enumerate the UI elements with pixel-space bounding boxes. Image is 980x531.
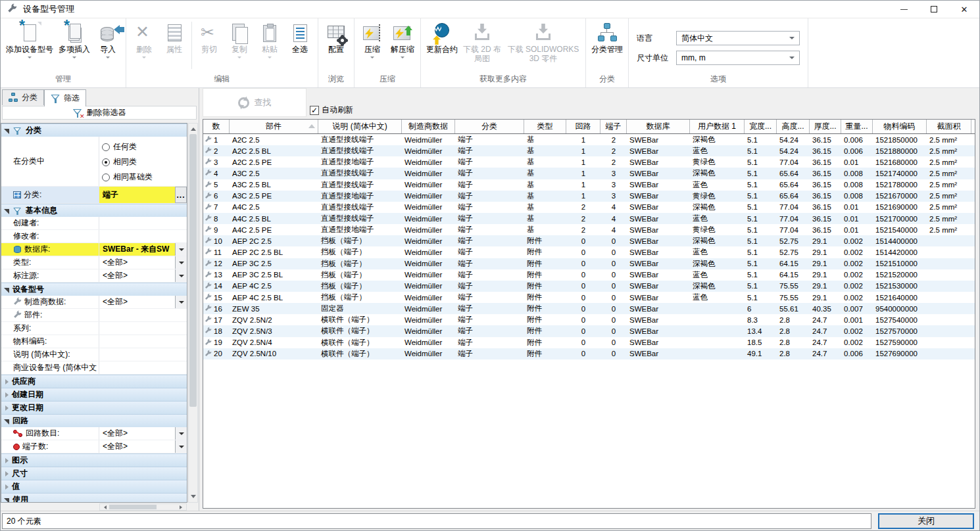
sidebar-vertical-scrollbar[interactable] bbox=[188, 123, 198, 503]
table-row[interactable]: 16ZEW 35固定器Weidmüller端子附件00SWEBar655.614… bbox=[203, 303, 975, 314]
update-contract-button[interactable]: 更新合约 bbox=[424, 20, 460, 73]
terminal-count-value[interactable]: <全部> bbox=[99, 440, 175, 453]
filter-section-device-type[interactable]: 设备型号 bbox=[1, 283, 187, 296]
annotation-source-dropdown-button[interactable] bbox=[175, 269, 187, 282]
checkbox-checked-icon[interactable]: ✓ bbox=[310, 106, 319, 115]
table-row[interactable]: 15AEP 4C 2.5 BL挡板（端子）Weidmüller端子附件00SWE… bbox=[203, 292, 975, 303]
configure-button[interactable]: 配置 bbox=[321, 20, 351, 73]
column-header-13[interactable]: 厚度... bbox=[810, 120, 841, 133]
circuit-count-dropdown-button[interactable] bbox=[175, 427, 187, 440]
column-header-9[interactable]: 数据库 bbox=[627, 120, 690, 133]
dropdown-caret-icon[interactable] bbox=[106, 57, 110, 60]
maximize-button[interactable] bbox=[919, 1, 949, 18]
radio-any-class[interactable]: 任何类 bbox=[102, 139, 187, 154]
description-cn-value[interactable] bbox=[99, 348, 187, 361]
circuit-count-value[interactable]: <全部> bbox=[99, 427, 175, 440]
column-header-8[interactable]: 端子 bbox=[600, 120, 627, 133]
table-row[interactable]: 20ZQV 2.5N/10横联件（端子）Weidmüller端子附件00SWEB… bbox=[203, 348, 975, 359]
filter-section-create-date[interactable]: 创建日期 bbox=[1, 388, 187, 401]
manufacturer-data-value[interactable]: <全部> bbox=[99, 296, 175, 308]
radio-icon[interactable] bbox=[102, 173, 110, 181]
expand-icon[interactable] bbox=[5, 458, 9, 463]
expand-icon[interactable] bbox=[5, 471, 9, 476]
filter-section-modify-date[interactable]: 更改日期 bbox=[1, 401, 187, 414]
filter-section-basic-info[interactable]: 基本信息 bbox=[1, 204, 187, 217]
minimize-button[interactable] bbox=[889, 1, 919, 18]
scrollbar-thumb[interactable] bbox=[189, 134, 197, 407]
compress-button[interactable]: 压缩 bbox=[357, 20, 387, 73]
add-device-type-button[interactable]: *添加设备型号 bbox=[3, 20, 56, 73]
collapse-icon[interactable] bbox=[4, 209, 9, 214]
table-row[interactable]: 7A4C 2.5直通型接线端子Weidmüller端子基24SWEBar深褐色5… bbox=[203, 202, 975, 213]
material-code-value[interactable] bbox=[99, 335, 187, 348]
column-header-7[interactable]: 回路 bbox=[566, 120, 600, 133]
radio-icon[interactable] bbox=[102, 158, 110, 166]
radio-same-class[interactable]: 相同类 bbox=[102, 154, 187, 170]
manufacturer-data-dropdown-button[interactable] bbox=[175, 296, 187, 308]
sidebar-horizontal-scrollbar[interactable] bbox=[99, 503, 187, 511]
collapse-icon[interactable] bbox=[4, 419, 9, 425]
table-row[interactable]: 11AEP 2C 2.5 BL挡板（端子）Weidmüller端子附件00SWE… bbox=[203, 246, 975, 258]
classification-manager-button[interactable]: 分类管理 bbox=[589, 20, 625, 73]
dropdown-caret-icon[interactable] bbox=[142, 57, 146, 60]
expand-icon[interactable] bbox=[5, 405, 9, 411]
collapse-icon[interactable] bbox=[4, 498, 9, 503]
creator-value[interactable] bbox=[99, 217, 187, 229]
type-dropdown-button[interactable] bbox=[175, 256, 187, 269]
column-header-11[interactable]: 宽度... bbox=[745, 120, 777, 133]
column-header-16[interactable]: 截面积 bbox=[927, 120, 971, 133]
column-header-6[interactable]: 类型 bbox=[524, 120, 566, 133]
select-all-button[interactable]: 全选 bbox=[285, 20, 315, 73]
table-row[interactable]: 14AEP 4C 2.5挡板（端子）Weidmüller端子附件00SWEBar… bbox=[203, 281, 975, 292]
filter-section-use[interactable]: 使用 bbox=[1, 493, 187, 503]
table-row[interactable]: 19ZQV 2.5N/4横联件（端子）Weidmüller端子附件00SWEBa… bbox=[203, 337, 975, 348]
table-row[interactable]: 1A2C 2.5直通型接线端子Weidmüller端子基12SWEBar深褐色5… bbox=[203, 134, 975, 145]
collapse-icon[interactable] bbox=[4, 129, 9, 134]
classification-value[interactable]: 端子 bbox=[99, 187, 175, 203]
dropdown-caret-icon[interactable] bbox=[72, 57, 76, 60]
column-header-10[interactable]: 用户数据 1 bbox=[690, 120, 745, 133]
table-row[interactable]: 6A3C 2.5 PE直通型接地端子Weidmüller端子基13SWEBar黄… bbox=[203, 191, 975, 202]
scroll-up-icon[interactable] bbox=[189, 124, 197, 133]
filter-section-illustration[interactable]: 图示 bbox=[1, 453, 187, 467]
column-header-3[interactable]: 说明 (简体中文) bbox=[318, 120, 402, 133]
expand-icon[interactable] bbox=[5, 484, 9, 490]
table-row[interactable]: 8A4C 2.5 BL直通型接线端子Weidmüller端子基24SWEBar蓝… bbox=[203, 213, 975, 224]
column-header-5[interactable]: 分类 bbox=[455, 120, 524, 133]
expand-icon[interactable] bbox=[5, 379, 9, 384]
commercial-type-cn-value[interactable] bbox=[99, 361, 187, 374]
collapse-icon[interactable] bbox=[4, 288, 9, 293]
scroll-down-icon[interactable] bbox=[189, 492, 197, 502]
column-header-14[interactable]: 重量... bbox=[841, 120, 873, 133]
dropdown-caret-icon[interactable] bbox=[268, 57, 272, 60]
column-header-15[interactable]: 物料编码 bbox=[873, 120, 927, 133]
expand-icon[interactable] bbox=[5, 392, 9, 398]
table-row[interactable]: 9A4C 2.5 PE直通型接地端子Weidmüller端子基24SWEBar黄… bbox=[203, 224, 975, 235]
table-row[interactable]: 18ZQV 2.5N/3横联件（端子）Weidmüller端子附件00SWEBa… bbox=[203, 325, 975, 336]
database-dropdown-button[interactable] bbox=[175, 243, 187, 256]
multi-insert-button[interactable]: *多项插入 bbox=[56, 20, 93, 73]
uncompress-button[interactable]: 解压缩 bbox=[387, 20, 418, 73]
column-header-1[interactable]: 数 bbox=[203, 120, 230, 133]
import-button[interactable]: 导入 bbox=[93, 20, 123, 73]
scrollbar-thumb-horizontal[interactable] bbox=[109, 505, 157, 509]
close-dialog-button[interactable]: 关闭 bbox=[878, 513, 974, 529]
table-row[interactable]: 13AEP 3C 2.5 BL挡板（端子）Weidmüller端子附件00SWE… bbox=[203, 269, 975, 281]
language-select[interactable]: 简体中文 bbox=[676, 31, 800, 45]
scroll-left-icon[interactable] bbox=[102, 505, 107, 509]
filter-section-supplier[interactable]: 供应商 bbox=[1, 375, 187, 388]
annotation-source-value[interactable]: <全部> bbox=[99, 269, 175, 282]
tab-filter[interactable]: 筛选 bbox=[44, 89, 86, 106]
terminal-count-dropdown-button[interactable] bbox=[175, 440, 187, 453]
classification-browse-button[interactable]: ... bbox=[175, 187, 187, 203]
table-row[interactable]: 2A2C 2.5 BL直通型接线端子Weidmüller端子基12SWEBar蓝… bbox=[203, 145, 975, 156]
scroll-right-icon[interactable] bbox=[180, 505, 184, 509]
filter-section-dimensions[interactable]: 尺寸 bbox=[1, 467, 187, 480]
delete-filters-button[interactable]: 删除筛选器 bbox=[2, 106, 197, 120]
series-value[interactable] bbox=[99, 322, 187, 335]
table-row[interactable]: 17ZQV 2.5N/2横联件（端子）Weidmüller端子附件00SWEBa… bbox=[203, 314, 975, 325]
dropdown-caret-icon[interactable] bbox=[28, 57, 32, 60]
table-row[interactable]: 10AEP 2C 2.5挡板（端子）Weidmüller端子附件00SWEBar… bbox=[203, 235, 975, 246]
table-row[interactable]: 5A3C 2.5 BL直通型接线端子Weidmüller端子基13SWEBar蓝… bbox=[203, 179, 975, 191]
table-row[interactable]: 4A3C 2.5直通型接线端子Weidmüller端子基13SWEBar深褐色5… bbox=[203, 168, 975, 179]
